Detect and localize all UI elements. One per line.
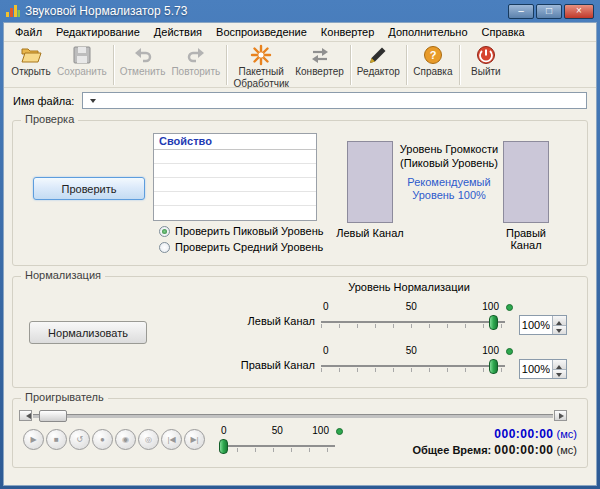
left-channel-meter bbox=[347, 141, 393, 223]
check-button[interactable]: Проверить bbox=[33, 177, 145, 200]
slider-line bbox=[219, 445, 335, 447]
filename-label: Имя файла: bbox=[13, 95, 74, 107]
green-indicator-icon bbox=[336, 428, 343, 435]
menu-help[interactable]: Справка bbox=[475, 24, 532, 40]
normalize-button[interactable]: Нормализовать bbox=[29, 321, 147, 344]
table-row bbox=[154, 178, 316, 192]
left-level-input[interactable] bbox=[520, 316, 552, 334]
slider-ticks bbox=[321, 368, 505, 372]
batch-starburst-icon bbox=[250, 44, 272, 66]
normalization-level-title: Уровень Нормализации bbox=[313, 281, 505, 293]
slider-track[interactable] bbox=[321, 358, 513, 376]
maximize-button[interactable]: □ bbox=[536, 4, 562, 19]
menu-file[interactable]: Файл bbox=[8, 24, 49, 40]
slider-line bbox=[321, 321, 505, 323]
right-level-input[interactable] bbox=[520, 360, 552, 378]
toolbar: Открыть Сохранить Отменить Повторить bbox=[4, 42, 596, 88]
seek-left-arrow-icon[interactable] bbox=[19, 410, 32, 421]
position-thumb[interactable] bbox=[39, 410, 67, 422]
exit-button[interactable]: Выйти bbox=[463, 43, 509, 79]
filename-input[interactable] bbox=[96, 94, 586, 107]
menu-playback[interactable]: Воспроизведение bbox=[209, 24, 314, 40]
help-button[interactable]: ? Справка bbox=[410, 43, 456, 79]
total-time-label: Общее Время: bbox=[412, 444, 491, 456]
time-display: 000:00:00 (мс) Общее Время: 000:00:00 (м… bbox=[412, 427, 577, 458]
undo-button[interactable]: Отменить bbox=[117, 43, 169, 79]
scale-mid-label: 50 bbox=[406, 301, 417, 312]
spin-up-icon[interactable] bbox=[553, 316, 566, 325]
save-button[interactable]: Сохранить bbox=[54, 43, 110, 79]
player-group-title: Проигрыватель bbox=[21, 391, 108, 403]
position-track[interactable] bbox=[33, 414, 553, 418]
app-icon bbox=[6, 4, 20, 18]
editor-pencil-icon bbox=[367, 44, 389, 66]
property-table[interactable]: Свойство bbox=[153, 133, 317, 221]
position-bar[interactable] bbox=[19, 409, 567, 422]
slider-thumb[interactable] bbox=[219, 439, 228, 454]
menu-extra[interactable]: Дополнительно bbox=[381, 24, 474, 40]
property-table-header: Свойство bbox=[154, 134, 316, 150]
slider-track[interactable] bbox=[219, 438, 343, 456]
elapsed-time-row: 000:00:00 (мс) bbox=[412, 427, 577, 443]
toolbar-separator bbox=[350, 45, 351, 85]
table-row bbox=[154, 164, 316, 178]
window-body: Файл Редактирование Действия Воспроизвед… bbox=[3, 22, 597, 486]
editor-button[interactable]: Редактор bbox=[354, 43, 403, 79]
radio-check-peak-level[interactable]: Проверить Пиковый Уровень bbox=[159, 225, 324, 237]
open-button[interactable]: Открыть bbox=[8, 43, 54, 79]
minimize-button[interactable]: – bbox=[508, 4, 534, 19]
spin-down-icon[interactable] bbox=[553, 369, 566, 379]
menu-converter[interactable]: Конвертер bbox=[314, 24, 381, 40]
menu-actions[interactable]: Действия bbox=[147, 24, 209, 40]
mute-button[interactable]: ◎ bbox=[138, 429, 159, 450]
play-button[interactable]: ▶ bbox=[23, 429, 44, 450]
scale-max-label: 100 bbox=[482, 345, 499, 356]
left-level-slider[interactable]: 0 50 100 bbox=[321, 301, 513, 332]
left-level-spinbox[interactable] bbox=[519, 315, 567, 335]
spinner-arrows bbox=[552, 360, 566, 378]
save-floppy-icon bbox=[71, 44, 93, 66]
radio-check-average-level[interactable]: Проверить Средний Уровень bbox=[159, 241, 323, 253]
volume-level-title: Уровень Громкости (Пиковый Уровень) bbox=[397, 143, 501, 171]
scale-mid-label: 50 bbox=[406, 345, 417, 356]
redo-arrow-icon bbox=[185, 44, 207, 66]
converter-button[interactable]: Конвертер bbox=[292, 43, 347, 79]
green-indicator-icon bbox=[506, 348, 513, 355]
titlebar[interactable]: Звуковой Нормализатор 5.73 – □ × bbox=[3, 0, 597, 22]
scale-max-label: 100 bbox=[482, 301, 499, 312]
filename-combobox[interactable] bbox=[82, 92, 587, 109]
next-button[interactable]: ▶| bbox=[184, 429, 205, 450]
previous-button[interactable]: |◀ bbox=[161, 429, 182, 450]
seek-right-arrow-icon[interactable] bbox=[554, 410, 567, 421]
scale-max-label: 100 bbox=[312, 425, 329, 436]
toolbar-separator bbox=[113, 45, 114, 85]
close-button[interactable]: × bbox=[564, 4, 594, 19]
stop-button[interactable]: ■ bbox=[46, 429, 67, 450]
slider-line bbox=[321, 365, 505, 367]
elapsed-time: 000:00:00 bbox=[494, 427, 553, 441]
scale-min-label: 0 bbox=[323, 301, 329, 312]
total-time-row: Общее Время: 000:00:00 (мс) bbox=[412, 443, 577, 459]
radio-button-icon bbox=[159, 226, 170, 237]
toolbar-separator bbox=[406, 45, 407, 85]
spin-up-icon[interactable] bbox=[553, 360, 566, 369]
right-level-spinbox[interactable] bbox=[519, 359, 567, 379]
spin-down-icon[interactable] bbox=[553, 325, 566, 335]
normalization-group-title: Нормализация bbox=[21, 269, 105, 281]
save-button-label: Сохранить bbox=[57, 66, 107, 78]
loop-button[interactable]: ↺ bbox=[69, 429, 90, 450]
undo-arrow-icon bbox=[132, 44, 154, 66]
redo-button[interactable]: Повторить bbox=[168, 43, 223, 79]
right-level-slider[interactable]: 0 50 100 bbox=[321, 345, 513, 376]
slider-track[interactable] bbox=[321, 314, 513, 332]
volume-slider[interactable]: 0 50 100 bbox=[219, 425, 343, 456]
menu-edit[interactable]: Редактирование bbox=[49, 24, 147, 40]
batch-processor-label: Пакетный Обработчик bbox=[233, 66, 289, 89]
table-row bbox=[154, 150, 316, 164]
batch-processor-button[interactable]: Пакетный Обработчик bbox=[230, 43, 292, 90]
volume-button[interactable]: ◉ bbox=[115, 429, 136, 450]
slider-thumb[interactable] bbox=[489, 359, 498, 374]
slider-thumb[interactable] bbox=[489, 315, 498, 330]
table-row bbox=[154, 206, 316, 220]
record-button[interactable]: ● bbox=[92, 429, 113, 450]
